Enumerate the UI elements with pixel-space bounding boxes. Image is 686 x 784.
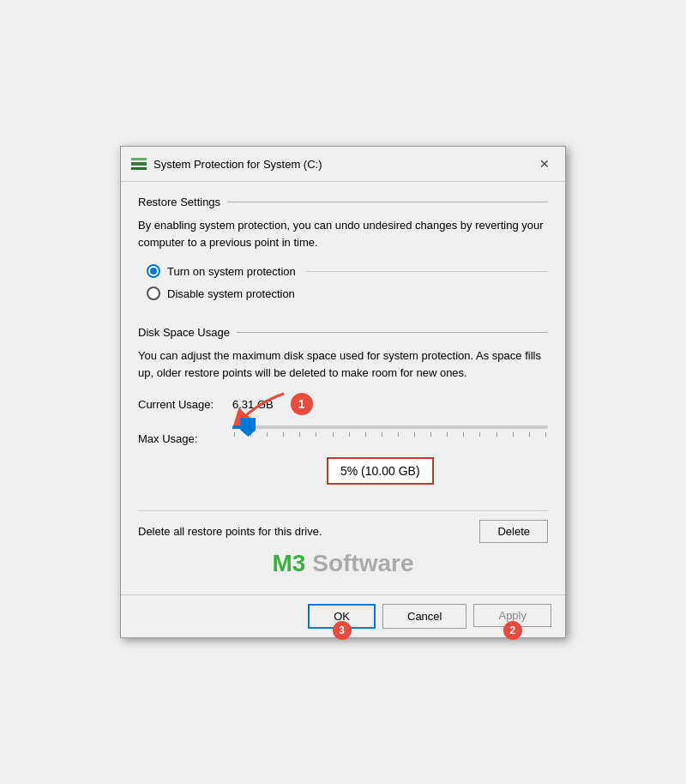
disable-label: Disable system protection xyxy=(167,287,295,300)
disk-space-section: Disk Space Usage You can adjust the maxi… xyxy=(138,326,548,485)
ok-badge: 3 xyxy=(333,621,352,640)
ok-button-wrapper: OK 3 xyxy=(308,604,376,629)
annotation-1-badge: 1 xyxy=(291,393,313,415)
cancel-button[interactable]: Cancel xyxy=(382,604,466,629)
slider-value-display: 5% (10.00 GB) xyxy=(327,457,434,485)
system-protection-dialog: System Protection for System (C:) ✕ Rest… xyxy=(120,146,566,638)
disk-space-title: Disk Space Usage xyxy=(138,326,230,339)
close-button[interactable]: ✕ xyxy=(534,154,555,174)
restore-settings-divider xyxy=(227,202,548,202)
dialog-content: Restore Settings By enabling system prot… xyxy=(121,182,565,594)
current-usage-label: Current Usage: xyxy=(138,398,232,411)
disk-space-divider xyxy=(237,332,548,333)
apply-badge: 2 xyxy=(503,621,522,640)
disk-space-description: You can adjust the maximum disk space us… xyxy=(138,347,548,381)
watermark: M3 Software xyxy=(138,543,548,581)
watermark-m3: M3 xyxy=(273,550,306,576)
current-usage-value: 6.31 GB xyxy=(232,398,274,411)
disable-option[interactable]: Disable system protection xyxy=(147,286,548,300)
dialog-icon xyxy=(131,158,147,170)
turn-on-line xyxy=(306,271,548,272)
delete-description: Delete all restore points for this drive… xyxy=(138,525,322,538)
slider-value-container: 5% (10.00 GB) xyxy=(232,450,548,485)
max-usage-row: Max Usage: xyxy=(138,424,548,445)
slider-wrapper xyxy=(232,424,548,437)
max-usage-area: Max Usage: xyxy=(138,424,548,485)
dialog-buttons: OK 3 Cancel Apply 2 xyxy=(121,594,565,637)
title-bar: System Protection for System (C:) ✕ xyxy=(121,147,565,182)
turn-on-radio[interactable] xyxy=(147,264,160,278)
restore-settings-title: Restore Settings xyxy=(138,196,220,208)
restore-settings-description: By enabling system protection, you can u… xyxy=(138,217,548,250)
disk-space-header: Disk Space Usage xyxy=(138,326,548,339)
protection-options: Turn on system protection Disable system… xyxy=(138,264,548,300)
apply-button-wrapper: Apply 2 xyxy=(473,604,551,629)
turn-on-label: Turn on system protection xyxy=(167,265,296,278)
restore-settings-header: Restore Settings xyxy=(138,196,548,208)
watermark-software: Software xyxy=(305,550,413,576)
current-usage-row: Current Usage: 6.31 GB 1 xyxy=(138,393,548,415)
max-usage-label: Max Usage: xyxy=(138,424,232,445)
dialog-title: System Protection for System (C:) xyxy=(153,158,322,171)
disable-radio[interactable] xyxy=(147,286,160,300)
turn-on-option[interactable]: Turn on system protection xyxy=(147,264,548,278)
delete-row: Delete all restore points for this drive… xyxy=(138,510,548,543)
delete-button[interactable]: Delete xyxy=(479,520,548,543)
